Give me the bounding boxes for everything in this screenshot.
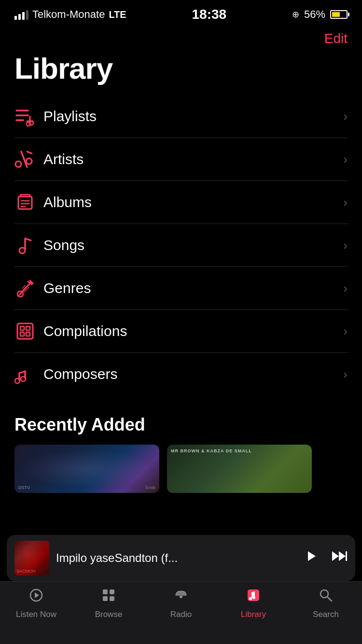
recently-added-section: Recently Added DSTV b·mb MR BROWN & KABZ… (0, 395, 362, 501)
playlists-icon (14, 106, 43, 127)
genres-icon (14, 278, 43, 299)
svg-marker-31 (339, 551, 346, 561)
svg-marker-34 (35, 592, 39, 598)
battery-percent: 56% (304, 8, 325, 21)
album-thumbnails: DSTV b·mb MR BROWN & KABZA DE SMALL (14, 445, 348, 493)
svg-point-42 (252, 596, 255, 599)
library-list: Playlists › Artists › Albums › (0, 95, 362, 395)
svg-marker-29 (308, 551, 316, 561)
library-item-artists[interactable]: Artists › (14, 138, 348, 181)
svg-rect-36 (110, 589, 114, 594)
library-item-composers[interactable]: Composers › (14, 353, 348, 395)
mini-player-title: Impilo yaseSandton (f... (56, 551, 296, 565)
songs-label: Songs (43, 237, 343, 253)
artists-chevron: › (343, 152, 348, 167)
status-time: 18:38 (192, 7, 227, 22)
composers-label: Composers (43, 366, 343, 382)
network-type: LTE (109, 9, 126, 20)
browse-icon (101, 588, 116, 607)
library-item-playlists[interactable]: Playlists › (14, 95, 348, 138)
tab-bar: Listen Now Browse Radio (0, 581, 362, 644)
library-icon (246, 588, 261, 607)
playlists-label: Playlists (43, 108, 343, 125)
search-icon (318, 588, 334, 607)
carrier-text: Telkom-Monate (32, 8, 105, 21)
albums-chevron: › (343, 195, 348, 210)
compilations-icon (14, 321, 43, 342)
mini-player-play-button[interactable] (303, 548, 319, 568)
lock-icon: ⊕ (292, 9, 299, 20)
svg-point-28 (21, 377, 26, 381)
battery-fill (332, 12, 340, 17)
library-item-compilations[interactable]: Compilations › (14, 310, 348, 353)
genres-label: Genres (43, 280, 343, 296)
edit-button[interactable]: Edit (324, 31, 348, 46)
tab-search-label: Search (313, 610, 339, 619)
svg-rect-37 (103, 596, 108, 601)
svg-line-21 (22, 285, 25, 288)
svg-point-14 (19, 248, 25, 253)
album-thumb-1[interactable]: DSTV b·mb (14, 445, 159, 493)
svg-line-8 (27, 152, 32, 154)
status-right: ⊕ 56% (292, 8, 348, 21)
mini-player-controls (303, 548, 348, 568)
library-item-albums[interactable]: Albums › (14, 181, 348, 224)
mini-player[interactable]: SACMOH Impilo yaseSandton (f... (7, 535, 355, 581)
tab-library[interactable]: Library (217, 588, 290, 619)
svg-rect-38 (110, 596, 114, 601)
page-title: Library (0, 46, 362, 95)
svg-rect-22 (17, 323, 33, 339)
genres-chevron: › (343, 281, 348, 296)
radio-icon (173, 588, 189, 607)
svg-rect-32 (346, 551, 347, 561)
compilations-chevron: › (343, 324, 348, 339)
svg-point-41 (249, 597, 252, 600)
tab-listen-now-label: Listen Now (16, 610, 56, 619)
svg-point-7 (26, 158, 32, 164)
tab-library-label: Library (241, 610, 266, 619)
compilations-label: Compilations (43, 323, 343, 339)
svg-marker-30 (332, 551, 339, 561)
library-item-songs[interactable]: Songs › (14, 224, 348, 267)
tab-search[interactable]: Search (290, 588, 362, 619)
tab-radio[interactable]: Radio (145, 588, 217, 619)
signal-bars (14, 9, 28, 20)
songs-chevron: › (343, 238, 348, 253)
mini-player-art: SACMOH (14, 541, 49, 575)
playlists-chevron: › (343, 109, 348, 124)
svg-rect-24 (26, 326, 30, 330)
svg-line-44 (327, 597, 332, 601)
tab-browse[interactable]: Browse (72, 588, 145, 619)
artists-icon (14, 149, 43, 170)
composers-icon (14, 364, 43, 385)
battery-icon (330, 10, 348, 19)
tab-browse-label: Browse (95, 610, 123, 619)
header: Edit (0, 26, 362, 46)
svg-point-39 (180, 595, 182, 598)
tab-radio-label: Radio (170, 610, 192, 619)
svg-rect-10 (20, 195, 30, 196)
svg-point-4 (27, 122, 30, 126)
svg-rect-23 (20, 326, 24, 330)
album-thumb-2[interactable]: MR BROWN & KABZA DE SMALL (167, 445, 312, 493)
svg-rect-25 (20, 332, 24, 336)
mini-player-skip-button[interactable] (330, 548, 348, 568)
listen-now-icon (28, 588, 44, 607)
songs-icon (14, 235, 43, 256)
recently-added-title: Recently Added (14, 415, 348, 435)
albums-label: Albums (43, 194, 343, 210)
artists-label: Artists (43, 151, 343, 168)
status-bar: Telkom-Monate LTE 18:38 ⊕ 56% (0, 0, 362, 26)
status-left: Telkom-Monate LTE (14, 8, 126, 21)
svg-rect-35 (103, 589, 108, 594)
albums-icon (14, 192, 43, 213)
composers-chevron: › (343, 367, 348, 382)
tab-listen-now[interactable]: Listen Now (0, 588, 72, 619)
svg-rect-26 (26, 332, 30, 336)
svg-point-6 (15, 161, 21, 167)
svg-point-27 (15, 378, 20, 383)
library-item-genres[interactable]: Genres › (14, 267, 348, 310)
